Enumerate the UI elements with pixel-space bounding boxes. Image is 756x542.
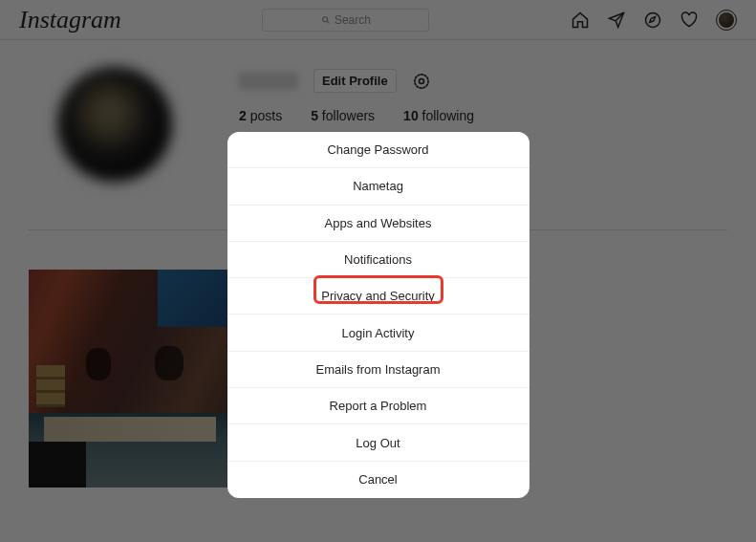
menu-change-password[interactable]: Change Password bbox=[227, 132, 529, 168]
menu-logout[interactable]: Log Out bbox=[227, 424, 529, 461]
menu-notifications[interactable]: Notifications bbox=[227, 242, 529, 278]
menu-report-problem[interactable]: Report a Problem bbox=[227, 388, 529, 424]
menu-login-activity[interactable]: Login Activity bbox=[227, 314, 529, 351]
menu-apps-websites[interactable]: Apps and Websites bbox=[227, 206, 529, 242]
menu-cancel[interactable]: Cancel bbox=[227, 462, 529, 498]
menu-emails[interactable]: Emails from Instagram bbox=[227, 352, 529, 388]
menu-nametag[interactable]: Nametag bbox=[227, 168, 529, 205]
settings-modal: Change Password Nametag Apps and Website… bbox=[227, 132, 529, 498]
menu-privacy-security[interactable]: Privacy and Security bbox=[227, 278, 529, 314]
